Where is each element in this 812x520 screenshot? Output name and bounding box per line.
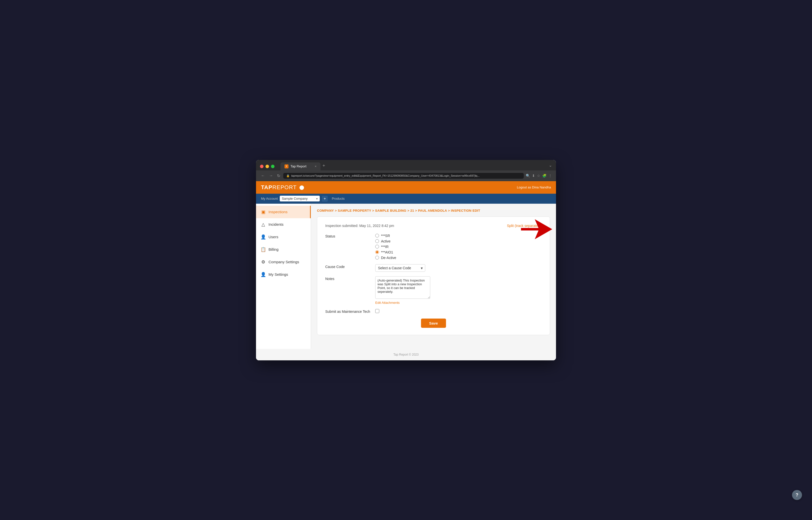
form-top-row: Inspection submitted: May 11, 2022 8:42 …	[325, 224, 542, 228]
logo-report: REPORT	[272, 184, 297, 190]
notes-control: (Auto-generated) This Inspection was Spl…	[375, 276, 542, 305]
forward-button[interactable]: →	[268, 173, 274, 179]
sidebar-item-my-settings[interactable]: 👤 My Settings	[256, 268, 311, 281]
status-label: Status	[325, 234, 370, 238]
sidebar-item-users[interactable]: 👤 Users	[256, 231, 311, 243]
split-track-link[interactable]: Split (track separately)	[507, 224, 542, 228]
status-radio-group: ***SR Active ***IR ***AIO1 De-Active	[375, 234, 542, 260]
bookmark-icon[interactable]: ☆	[537, 174, 540, 178]
save-button[interactable]: Save	[421, 318, 446, 328]
menu-icon[interactable]: ⋮	[549, 174, 552, 178]
page-footer: Tap Report © 2023	[256, 349, 556, 360]
app-logo: TAPREPORT	[261, 184, 304, 191]
sidebar-label-users: Users	[269, 235, 278, 239]
sidebar-label-inspections: Inspections	[269, 210, 287, 214]
company-select[interactable]: Sample Company	[280, 196, 320, 202]
sidebar-item-company-settings[interactable]: ⚙ Company Settings	[256, 256, 311, 268]
help-button[interactable]: ?	[792, 490, 802, 500]
sidebar-item-incidents[interactable]: △ Incidents	[256, 218, 311, 231]
my-settings-icon: 👤	[260, 272, 266, 277]
status-option-deactive[interactable]: De-Active	[375, 256, 542, 260]
maintenance-label: Submit as Maintenance Tech	[325, 309, 370, 314]
new-tab-button[interactable]: +	[323, 163, 325, 171]
products-nav-link[interactable]: Products	[330, 196, 346, 202]
cause-code-select[interactable]: Select a Cause Code	[375, 264, 425, 272]
download-icon[interactable]: ⬇	[532, 174, 535, 178]
reload-button[interactable]: ↻	[276, 173, 281, 179]
company-select-wrapper: Sample Company	[280, 196, 320, 202]
cause-code-label: Cause Code	[325, 264, 370, 269]
breadcrumb: COMPANY > SAMPLE PROPERTY > SAMPLE BUILD…	[317, 209, 550, 212]
breadcrumb-company[interactable]: COMPANY	[317, 209, 334, 212]
tab-favicon: T	[284, 164, 288, 168]
inspection-submitted-text: Inspection submitted: May 11, 2022 8:42 …	[325, 224, 394, 228]
sidebar-label-company-settings: Company Settings	[269, 260, 299, 264]
edit-attachments-link[interactable]: Edit Attachments	[375, 301, 542, 305]
breadcrumb-inspection-edit: INSPECTION EDIT	[451, 209, 480, 212]
browser-window: T Tap Report × + ⌄ ← → ↻ 🔒 tapreport.io/…	[256, 160, 556, 360]
app-header: TAPREPORT Logout as Dina Nandha	[256, 181, 556, 194]
active-tab[interactable]: T Tap Report ×	[280, 162, 320, 171]
status-option-aio1[interactable]: ***AIO1	[375, 250, 542, 254]
logo-tap: TAP	[261, 184, 272, 190]
browser-titlebar: T Tap Report × + ⌄	[256, 160, 556, 171]
maximize-window-button[interactable]	[271, 165, 275, 168]
maintenance-row: Submit as Maintenance Tech	[325, 309, 542, 314]
status-option-active[interactable]: Active	[375, 239, 542, 243]
status-option-ir[interactable]: ***IR	[375, 245, 542, 249]
status-row: Status ***SR Active ***IR ***AIO1	[325, 234, 542, 260]
my-account-label: My Account	[261, 197, 278, 201]
breadcrumb-property[interactable]: SAMPLE PROPERTY	[338, 209, 371, 212]
sidebar-label-my-settings: My Settings	[269, 272, 288, 277]
add-company-button[interactable]: +	[322, 196, 328, 202]
url-text: tapreport.io/secure/?pageview=equipment_…	[291, 174, 479, 177]
inspections-icon: ▣	[260, 209, 266, 215]
browser-toolbar: ← → ↻ 🔒 tapreport.io/secure/?pageview=eq…	[256, 171, 556, 181]
notes-textarea[interactable]: (Auto-generated) This Inspection was Spl…	[375, 276, 430, 299]
billing-icon: 📋	[260, 247, 266, 252]
back-button[interactable]: ←	[260, 173, 266, 179]
cause-code-control: Select a Cause Code	[375, 264, 542, 272]
lock-icon: 🔒	[286, 174, 290, 177]
logout-button[interactable]: Logout as Dina Nandha	[517, 185, 551, 189]
breadcrumb-building[interactable]: SAMPLE BUILDING	[375, 209, 406, 212]
cause-code-row: Cause Code Select a Cause Code	[325, 264, 542, 272]
sidebar-item-inspections[interactable]: ▣ Inspections	[256, 206, 311, 218]
search-icon[interactable]: 🔍	[526, 174, 530, 178]
sidebar-label-incidents: Incidents	[269, 222, 283, 227]
maintenance-checkbox[interactable]	[375, 309, 379, 313]
incidents-icon: △	[260, 222, 266, 227]
save-btn-row: Save	[325, 318, 542, 328]
app-nav-bar: My Account Sample Company + Products	[256, 194, 556, 204]
tab-title: Tap Report	[290, 164, 307, 168]
window-controls[interactable]: ⌄	[549, 163, 552, 170]
notes-row: Notes (Auto-generated) This Inspection w…	[325, 276, 542, 305]
breadcrumb-paul-amendola[interactable]: PAUL AMENDOLA	[418, 209, 447, 212]
tab-close-button[interactable]: ×	[315, 165, 316, 168]
notes-label: Notes	[325, 276, 370, 281]
main-content: COMPANY > SAMPLE PROPERTY > SAMPLE BUILD…	[311, 204, 556, 349]
address-bar[interactable]: 🔒 tapreport.io/secure/?pageview=equipmen…	[283, 173, 524, 179]
users-icon: 👤	[260, 234, 266, 240]
sidebar: ▣ Inspections △ Incidents 👤 Users 📋 Bill…	[256, 204, 311, 349]
toolbar-actions: 🔍 ⬇ ☆ 🧩 ⋮	[526, 174, 552, 178]
app-body: ▣ Inspections △ Incidents 👤 Users 📋 Bill…	[256, 204, 556, 349]
status-option-sr[interactable]: ***SR	[375, 234, 542, 238]
traffic-lights	[260, 165, 275, 168]
company-settings-icon: ⚙	[260, 259, 266, 265]
minimize-window-button[interactable]	[265, 165, 269, 168]
footer-text: Tap Report © 2023	[393, 353, 419, 356]
breadcrumb-21[interactable]: 21	[410, 209, 414, 212]
tabs-bar: T Tap Report × +	[280, 162, 546, 171]
close-window-button[interactable]	[260, 165, 263, 168]
sidebar-item-billing[interactable]: 📋 Billing	[256, 243, 311, 256]
cause-code-select-wrapper: Select a Cause Code	[375, 264, 425, 272]
form-card: Inspection submitted: May 11, 2022 8:42 …	[317, 216, 550, 335]
sidebar-label-billing: Billing	[269, 247, 279, 252]
maintenance-control	[375, 309, 542, 314]
extensions-icon[interactable]: 🧩	[542, 174, 547, 178]
